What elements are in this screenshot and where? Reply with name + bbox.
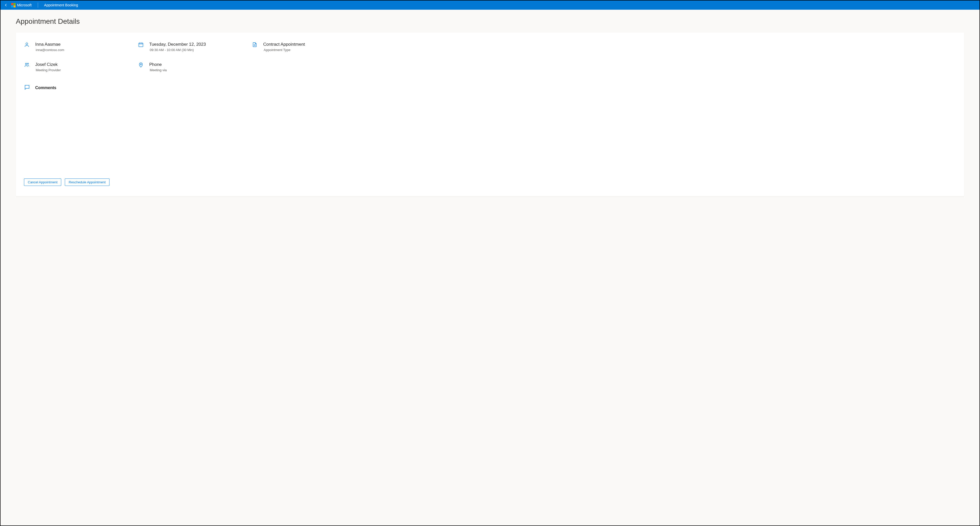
location-icon — [138, 62, 145, 72]
comments-block: Comments — [24, 84, 956, 91]
calendar-icon — [138, 42, 145, 52]
microsoft-logo[interactable]: Microsoft — [11, 3, 32, 7]
datetime-block: Tuesday, December 12, 2023 09:30 AM - 10… — [138, 42, 247, 52]
header-divider — [38, 3, 38, 8]
appointment-type-label: Appointment Type — [263, 48, 305, 52]
appointment-date: Tuesday, December 12, 2023 — [149, 42, 206, 47]
meeting-method: Phone — [149, 62, 167, 67]
comment-icon — [24, 84, 31, 91]
header-page-title: Appointment Booking — [44, 3, 78, 7]
page-title: Appointment Details — [16, 18, 964, 26]
details-grid: Inna Aasmae inna@contoso.com Tuesday, De… — [24, 42, 361, 72]
provider-role: Meeting Provider — [35, 68, 61, 72]
people-icon — [24, 62, 31, 72]
comments-label: Comments — [35, 86, 56, 90]
attendee-email: inna@contoso.com — [35, 48, 64, 52]
cancel-appointment-button[interactable]: Cancel Appointment — [24, 179, 61, 186]
svg-point-7 — [25, 63, 27, 65]
document-icon — [252, 42, 259, 52]
person-icon — [24, 42, 31, 52]
chevron-left-icon — [3, 3, 8, 7]
appointment-type-name: Contract Appointment — [263, 42, 305, 47]
provider-name: Josef Cizek — [35, 62, 61, 67]
appointment-time: 09:30 AM - 10:00 AM (30 Min) — [149, 48, 206, 52]
meeting-via-label: Meeting via — [149, 68, 167, 72]
svg-point-9 — [140, 64, 142, 65]
microsoft-logo-icon — [11, 3, 16, 7]
grid-spacer — [252, 62, 361, 72]
app-header: Microsoft Appointment Booking — [0, 0, 980, 10]
action-bar: Cancel Appointment Reschedule Appointmen… — [24, 148, 956, 186]
attendee-block: Inna Aasmae inna@contoso.com — [24, 42, 133, 52]
meeting-via-block: Phone Meeting via — [138, 62, 247, 72]
appointment-type-block: Contract Appointment Appointment Type — [252, 42, 361, 52]
svg-point-0 — [26, 43, 27, 45]
brand-name: Microsoft — [17, 3, 32, 7]
reschedule-appointment-button[interactable]: Reschedule Appointment — [65, 179, 110, 186]
page-body: Appointment Details Inna Aasmae inna@con… — [0, 10, 980, 526]
appointment-card: Inna Aasmae inna@contoso.com Tuesday, De… — [16, 33, 964, 196]
svg-rect-1 — [138, 43, 143, 47]
svg-point-8 — [27, 63, 29, 64]
attendee-name: Inna Aasmae — [35, 42, 64, 47]
back-button[interactable] — [3, 3, 8, 7]
provider-block: Josef Cizek Meeting Provider — [24, 62, 133, 72]
